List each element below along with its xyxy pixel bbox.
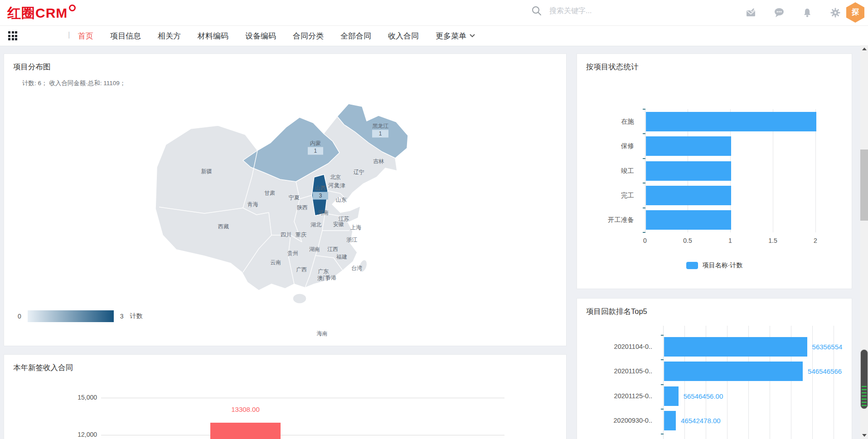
nav-item-4[interactable]: 材料编码 bbox=[198, 31, 228, 41]
mail-icon[interactable] bbox=[746, 7, 756, 18]
gridline-12000 bbox=[101, 435, 504, 435]
legend-min: 0 bbox=[18, 313, 21, 320]
top5-bar-20201125-0..[interactable] bbox=[664, 386, 679, 406]
ytick-15000: 15,000 bbox=[63, 394, 97, 401]
search-input[interactable] bbox=[548, 6, 650, 15]
bell-icon[interactable] bbox=[802, 7, 813, 18]
search-icon bbox=[531, 5, 542, 16]
status-category-label: 开工准备 bbox=[608, 210, 634, 230]
region-shanxi bbox=[312, 174, 328, 216]
widget-stripes bbox=[862, 386, 867, 406]
legend-gradient-bar bbox=[28, 310, 114, 322]
chat-icon[interactable] bbox=[774, 7, 785, 18]
axis-tick bbox=[661, 434, 664, 434]
main-nav: | 首页项目信息相关方材料编码设备编码合同分类全部合同收入合同更多菜单 bbox=[0, 26, 868, 46]
logo-degree-mark bbox=[69, 5, 76, 11]
axis-tick bbox=[661, 359, 664, 360]
nav-item-9[interactable]: 更多菜单 bbox=[436, 31, 475, 41]
top5-bar-20201104-0..[interactable] bbox=[664, 337, 807, 357]
top5-bar-20201105-0..[interactable] bbox=[664, 362, 803, 381]
top5-category-label: 20201125-0.. bbox=[614, 386, 652, 406]
income-bar[interactable] bbox=[210, 423, 281, 439]
legend-max: 3 bbox=[120, 313, 124, 320]
status-bar-开工准备[interactable] bbox=[646, 210, 731, 230]
status-bar-竣工[interactable] bbox=[646, 161, 731, 181]
island-hainan bbox=[293, 294, 306, 304]
panel-project-map: 项目分布图 计数: 6； 收入合同金额·总和: 11109； bbox=[4, 53, 567, 346]
nav-items: 首页项目信息相关方材料编码设备编码合同分类全部合同收入合同更多菜单 bbox=[78, 26, 475, 46]
floating-widget[interactable] bbox=[861, 350, 868, 409]
nav-item-6[interactable]: 合同分类 bbox=[293, 31, 324, 41]
top5-value-label: 546546566 bbox=[808, 362, 842, 381]
status-category-label: 竣工 bbox=[621, 161, 634, 181]
status-legend-label: 项目名称·计数 bbox=[703, 261, 743, 270]
nav-item-8[interactable]: 收入合同 bbox=[388, 31, 419, 41]
axis-tick bbox=[643, 158, 645, 159]
panel-repayment-top5: 项目回款排名Top5 20201104-0..20201105-0..20201… bbox=[577, 298, 852, 439]
chevron-down-icon bbox=[470, 34, 475, 38]
avatar-initial: 探 bbox=[852, 8, 859, 17]
map-legend: 0 3 计数 bbox=[18, 310, 143, 322]
status-bar-在施[interactable] bbox=[646, 112, 816, 131]
panel-title: 项目回款排名Top5 bbox=[586, 307, 647, 317]
status-x-axis: 00.511.52 bbox=[577, 237, 852, 246]
nav-item-7[interactable]: 全部合同 bbox=[340, 31, 371, 41]
status-xtick: 0 bbox=[643, 237, 647, 244]
china-map-svg bbox=[150, 99, 422, 346]
china-map[interactable]: 新疆西藏青海甘肃宁夏陕西四川重庆贵州云南广西内蒙1黑龙江1吉林辽宁北京河北天津山… bbox=[150, 99, 422, 346]
global-search bbox=[531, 5, 650, 16]
status-xtick: 1.5 bbox=[768, 237, 777, 244]
nav-item-2[interactable]: 项目信息 bbox=[110, 31, 141, 41]
ytick-12000: 12,000 bbox=[63, 431, 97, 438]
gridline-15000 bbox=[101, 398, 504, 398]
axis-tick bbox=[661, 409, 664, 410]
top5-value-label: 46542478.00 bbox=[681, 411, 721, 430]
status-category-label: 保修 bbox=[621, 136, 634, 156]
nav-item-1[interactable]: 首页 bbox=[78, 31, 93, 41]
top5-category-label: 20200930-0.. bbox=[614, 411, 652, 430]
app-logo: 红圈CRM bbox=[7, 4, 76, 23]
status-xtick: 1 bbox=[728, 237, 732, 244]
status-xtick: 2 bbox=[814, 237, 817, 244]
top5-category-label: 20201104-0.. bbox=[614, 337, 652, 357]
user-avatar[interactable]: 探 bbox=[846, 2, 864, 23]
status-plot bbox=[645, 109, 838, 232]
gear-icon[interactable] bbox=[830, 7, 841, 18]
axis-tick bbox=[643, 183, 645, 183]
status-legend-marker bbox=[686, 262, 698, 269]
scrollbar-up-arrow[interactable] bbox=[860, 45, 868, 53]
axis-tick bbox=[661, 335, 664, 336]
island-taiwan bbox=[358, 259, 369, 273]
top5-categories: 20201104-0..20201105-0..20201125-0..2020… bbox=[577, 326, 658, 439]
nav-divider: | bbox=[68, 30, 70, 39]
map-summary: 计数: 6； 收入合同金额·总和: 11109； bbox=[22, 79, 126, 87]
nav-item-5[interactable]: 设备编码 bbox=[245, 31, 276, 41]
top5-bar-20200930-0..[interactable] bbox=[664, 411, 676, 430]
top5-value-label: 56546456.00 bbox=[684, 386, 723, 406]
panel-title: 本年新签收入合同 bbox=[13, 363, 73, 373]
axis-tick bbox=[643, 109, 645, 110]
panel-title: 按项目状态统计 bbox=[586, 62, 639, 72]
status-bar-保修[interactable] bbox=[646, 136, 731, 156]
status-legend[interactable]: 项目名称·计数 bbox=[577, 261, 852, 270]
axis-tick bbox=[643, 207, 645, 208]
axis-tick bbox=[643, 232, 645, 233]
status-category-label: 完工 bbox=[621, 186, 634, 205]
top5-plot: 5635655454654656656546456.0046542478.00 bbox=[663, 326, 852, 439]
status-category-label: 在施 bbox=[621, 112, 634, 131]
scrollbar-down-arrow[interactable] bbox=[860, 432, 868, 439]
bar-value-label: 13308.00 bbox=[210, 405, 281, 413]
status-bar-完工[interactable] bbox=[646, 186, 731, 205]
axis-tick bbox=[661, 384, 664, 385]
panel-title: 项目分布图 bbox=[13, 62, 51, 72]
status-categories: 在施保修竣工完工开工准备 bbox=[577, 109, 640, 232]
nav-item-3[interactable]: 相关方 bbox=[158, 31, 181, 41]
scrollbar-thumb[interactable] bbox=[860, 150, 868, 221]
panel-status-stats: 按项目状态统计 在施保修竣工完工开工准备 00.511.52 项目名称·计数 bbox=[577, 53, 852, 289]
top5-value-label: 56356554 bbox=[812, 337, 843, 357]
app-header: 红圈CRM bbox=[0, 0, 868, 26]
apps-grid-icon[interactable] bbox=[8, 31, 17, 40]
status-xtick: 0.5 bbox=[683, 237, 692, 244]
panel-income-contracts: 本年新签收入合同 15,000 12,000 13308.00 bbox=[4, 354, 567, 439]
header-actions bbox=[746, 0, 841, 25]
